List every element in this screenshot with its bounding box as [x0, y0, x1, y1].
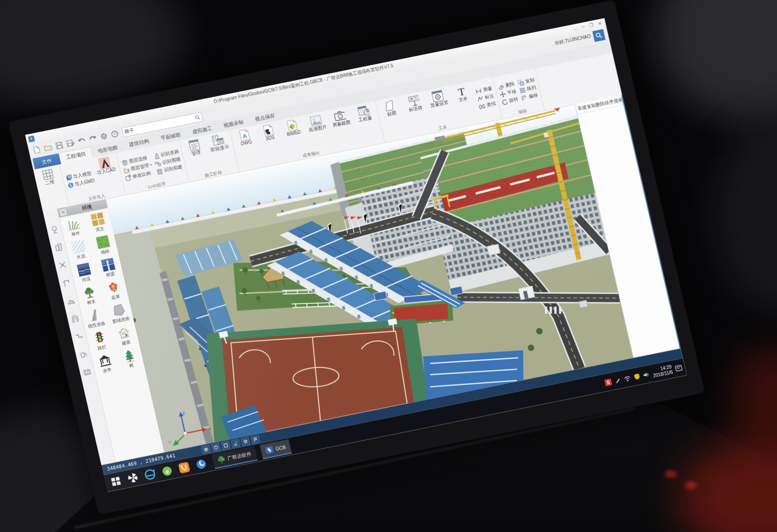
ie-browser-icon[interactable]	[142, 467, 158, 483]
offset-icon	[521, 94, 528, 101]
minimize-button[interactable]: ─	[581, 24, 586, 31]
layers-icon	[121, 159, 129, 166]
snap-icon[interactable]	[221, 441, 230, 450]
rotate-icon	[501, 98, 509, 105]
array-icon	[519, 87, 527, 94]
open-folder-icon[interactable]	[43, 143, 53, 152]
pinwheel-app-icon[interactable]	[125, 470, 141, 486]
folder-manage-icon	[123, 166, 130, 174]
category-terrain-icon[interactable]	[66, 296, 76, 306]
flower-icon	[106, 280, 121, 295]
red-light	[665, 471, 677, 478]
category-building-icon[interactable]	[54, 243, 64, 252]
house-icon	[116, 326, 132, 341]
env-item-tree[interactable]: 树木	[76, 284, 104, 308]
category-gate-icon[interactable]	[70, 314, 80, 324]
grass-icon	[66, 217, 82, 232]
copy-icon	[517, 79, 525, 86]
start-button[interactable]	[108, 473, 124, 489]
area-road-icon	[111, 303, 126, 318]
measure-icon	[475, 87, 483, 95]
binoculars-icon	[478, 103, 486, 110]
env-item-building[interactable]: 建筑	[110, 325, 139, 349]
wifi-icon[interactable]	[623, 375, 632, 382]
layers-toggle-icon[interactable]	[241, 437, 250, 446]
env-item-pine[interactable]: 树	[116, 347, 145, 371]
pen-tray-icon[interactable]	[614, 377, 621, 384]
import-gmd-icon	[67, 181, 75, 189]
gcb-logo-icon	[265, 446, 273, 455]
photo-scene: t D:/Program Files/Glodon/GCB/7.5/Bin/案例…	[0, 0, 777, 532]
taskbar-clock[interactable]: 14:29 2018/11/6	[652, 364, 674, 379]
porta-unit[interactable]	[579, 300, 588, 308]
ambient-light	[655, 0, 777, 119]
linear-road-icon	[87, 308, 102, 323]
quick-search-value: 梯子	[124, 127, 135, 136]
red-keyboard-glow	[733, 348, 777, 449]
env-item-linear-road[interactable]: 线性道路	[81, 307, 110, 331]
annotate-icon	[477, 95, 484, 102]
building-grid-icon	[156, 168, 164, 175]
undo-icon[interactable]	[76, 136, 87, 146]
env-item-river[interactable]: 河流	[71, 261, 99, 285]
env-item-pavilion[interactable]: 凉亭	[92, 352, 120, 376]
category-environment-icon[interactable]	[49, 225, 60, 234]
maximize-button[interactable]: ❐	[589, 22, 594, 29]
sogou-tray-icon[interactable]: S	[604, 378, 613, 386]
soil-icon	[90, 212, 106, 227]
search-icon	[595, 32, 603, 39]
ambient-light	[714, 119, 777, 311]
compass-icon[interactable]	[212, 443, 221, 452]
move-cross-icon	[499, 90, 507, 98]
import-model-icon	[65, 174, 73, 181]
flag-toggle-icon[interactable]	[251, 434, 260, 444]
new-file-icon[interactable]	[32, 145, 42, 155]
env-item-soil[interactable]: 泥土	[84, 211, 113, 235]
env-item-bridge[interactable]: 桥梁	[95, 256, 124, 280]
close-button[interactable]: ✕	[598, 21, 603, 27]
scale-icon	[125, 174, 132, 181]
ribbon-collapse-button[interactable]: ︿	[572, 26, 578, 33]
category-pipe-icon[interactable]	[74, 332, 84, 342]
help-icon[interactable]: ?	[110, 129, 120, 139]
shield-icon[interactable]	[633, 373, 641, 380]
bridge-icon	[100, 257, 116, 272]
site-shed[interactable]	[487, 244, 500, 255]
env-item-cement[interactable]: 水泥	[65, 238, 94, 262]
tree-icon	[82, 285, 97, 300]
search-items-button[interactable]: 搜索	[613, 97, 624, 105]
river-icon	[76, 262, 92, 277]
redo-icon[interactable]	[88, 134, 98, 143]
floor-tile-icon	[95, 234, 111, 250]
cement-icon	[71, 239, 87, 255]
env-item-grass[interactable]: 草坪	[60, 216, 89, 240]
road-icon	[152, 152, 160, 160]
env-item-floor-tile[interactable]: 地砖	[89, 233, 118, 258]
save-as-icon[interactable]	[65, 138, 76, 148]
category-crane-icon[interactable]	[62, 278, 72, 288]
wall-icon	[154, 160, 162, 167]
ribbon-group-edit: 删除 平移 旋转 复制 阵列 偏移 编辑	[493, 69, 544, 119]
grid-toggle-icon[interactable]	[201, 445, 211, 454]
save-icon[interactable]	[54, 141, 64, 150]
uc-browser-icon[interactable]	[176, 460, 192, 476]
glodon-tree-icon	[217, 455, 226, 465]
taskbar-app-gcb[interactable]: GCB	[260, 439, 292, 459]
red-light	[685, 482, 697, 489]
category-fence-icon[interactable]	[82, 368, 92, 377]
ortho-icon[interactable]	[231, 439, 240, 448]
global-search-button[interactable]	[592, 29, 606, 42]
settings-gear-icon[interactable]	[99, 131, 109, 141]
category-machinery-icon[interactable]	[58, 261, 68, 270]
green-browser-icon[interactable]: e	[159, 463, 175, 479]
category-material-icon[interactable]	[78, 350, 88, 359]
env-item-area-road[interactable]: 面域道路	[105, 302, 134, 326]
env-item-street-lamp[interactable]: 路灯	[86, 329, 115, 353]
traffic-light-icon	[92, 331, 108, 346]
pavilion-icon	[97, 353, 113, 369]
env-item-flower[interactable]: 花草	[100, 279, 129, 303]
quark-browser-icon[interactable]	[193, 456, 209, 472]
volume-icon[interactable]	[642, 371, 650, 378]
action-center-icon[interactable]	[675, 364, 683, 372]
svg-text:?: ?	[113, 132, 116, 137]
